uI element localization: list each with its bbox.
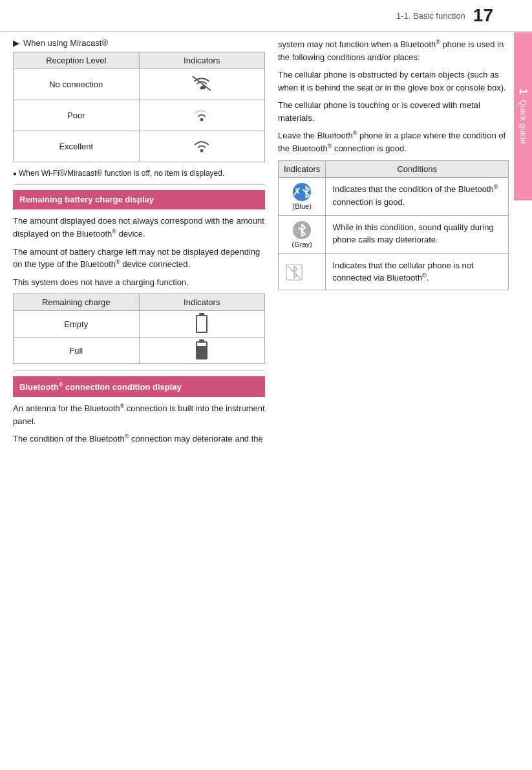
table-row: Full: [14, 337, 265, 364]
empty-label: Empty: [14, 311, 140, 337]
excellent-icon: [139, 131, 265, 162]
bt-gray-cell: (Gray): [279, 215, 326, 253]
wifi-note-text: When Wi-Fi®/Miracast® function is off, n…: [19, 169, 224, 178]
bt-gray-indicator: (Gray): [292, 221, 312, 248]
battery-table: Remaining charge Indicators Empty Full: [13, 294, 265, 364]
no-connection-icon: [139, 69, 265, 100]
bt-disconnected-desc: Indicates that the cellular phone is not…: [326, 253, 509, 290]
battery-para-3: This system does not have a charging fun…: [13, 276, 265, 289]
circle-icon: ●: [13, 170, 17, 177]
bt-gray-icon: [293, 221, 311, 239]
svg-point-5: [200, 149, 204, 153]
battery-col2-header: Indicators: [139, 294, 265, 311]
table-row: Excellent: [14, 131, 265, 162]
bt-blue-desc: Indicates that the condition of the Blue…: [326, 177, 509, 215]
chapter-tab: 1 Quick guide: [514, 32, 532, 200]
excellent-label: Excellent: [14, 131, 140, 162]
miracast-title: When using Miracast®: [23, 38, 108, 48]
battery-section-heading: Remaining battery charge display: [13, 190, 265, 209]
right-para-3: The cellular phone is touching or is cov…: [278, 99, 509, 124]
right-column: system may not function when a Bluetooth…: [278, 38, 509, 451]
bt-conditions-table: Indicators Conditions ✗ (Blue: [278, 160, 509, 290]
bt-col2-header: Conditions: [326, 160, 509, 177]
wifi-note: ● When Wi-Fi®/Miracast® function is off,…: [13, 169, 265, 178]
poor-label: Poor: [14, 100, 140, 131]
bt-section-heading: Bluetooth® connection condition display: [13, 376, 265, 397]
table-row: Empty: [14, 311, 265, 337]
bt-blue-indicator: ✗ (Blue): [293, 183, 312, 210]
no-connection-label: No connection: [14, 69, 140, 100]
table-row: Poor: [14, 100, 265, 131]
bt-para-1: An antenna for the Bluetooth® connection…: [13, 402, 265, 427]
right-para-2: The cellular phone is obstructed by cert…: [278, 69, 509, 94]
page-header: 1-1. Basic function 17: [0, 0, 532, 32]
tab-number: 1: [517, 89, 529, 94]
divider-2: [13, 370, 265, 371]
battery-para-1: The amount displayed does not always cor…: [13, 215, 265, 240]
page-number: 17: [473, 5, 493, 26]
empty-battery-icon: [139, 311, 265, 337]
main-content: ▶ When using Miracast® Reception Level I…: [0, 32, 532, 457]
table-row: Indicates that the cellular phone is not…: [279, 253, 509, 290]
bt-gray-desc: While in this condition, sound quality d…: [326, 215, 509, 253]
bt-para-2: The condition of the Bluetooth® connecti…: [13, 433, 265, 445]
battery-full-icon: [196, 341, 207, 359]
reception-col1-header: Reception Level: [14, 52, 140, 69]
arrow-icon: ▶: [13, 38, 19, 48]
right-para-1: system may not function when a Bluetooth…: [278, 38, 509, 63]
battery-section-title: Remaining battery charge display: [19, 195, 154, 204]
svg-point-4: [206, 109, 211, 113]
divider: [13, 184, 265, 185]
bt-disconnected-cell: [279, 253, 326, 290]
reception-table: Reception Level Indicators No connection: [13, 52, 265, 162]
bt-blue-label: (Blue): [293, 202, 312, 210]
battery-col1-header: Remaining charge: [14, 294, 140, 311]
bt-disconnected-icon: [285, 263, 303, 281]
table-row: ✗ (Blue) Indicates that the condition of…: [279, 177, 509, 215]
battery-para-2: The amount of battery charge left may no…: [13, 246, 265, 271]
bt-col1-header: Indicators: [279, 160, 326, 177]
bt-gray-label: (Gray): [292, 241, 312, 248]
full-label: Full: [14, 337, 140, 364]
table-row: (Gray) While in this condition, sound qu…: [279, 215, 509, 253]
tab-label: Quick guide: [518, 100, 528, 144]
battery-empty-icon: [196, 315, 207, 333]
table-row: No connection: [14, 69, 265, 100]
reception-col2-header: Indicators: [139, 52, 265, 69]
svg-point-0: [200, 87, 204, 90]
right-para-4: Leave the Bluetooth® phone in a place wh…: [278, 129, 509, 155]
full-battery-icon: [139, 337, 265, 364]
svg-point-2: [200, 118, 204, 122]
chapter-title: 1-1. Basic function: [396, 11, 465, 21]
bt-blue-icon: ✗: [293, 183, 311, 201]
left-column: ▶ When using Miracast® Reception Level I…: [13, 38, 265, 451]
bt-section-title: Bluetooth® connection condition display: [19, 382, 182, 392]
poor-icon: [139, 100, 265, 131]
miracast-heading: ▶ When using Miracast®: [13, 38, 265, 48]
bt-blue-cell: ✗ (Blue): [279, 177, 326, 215]
